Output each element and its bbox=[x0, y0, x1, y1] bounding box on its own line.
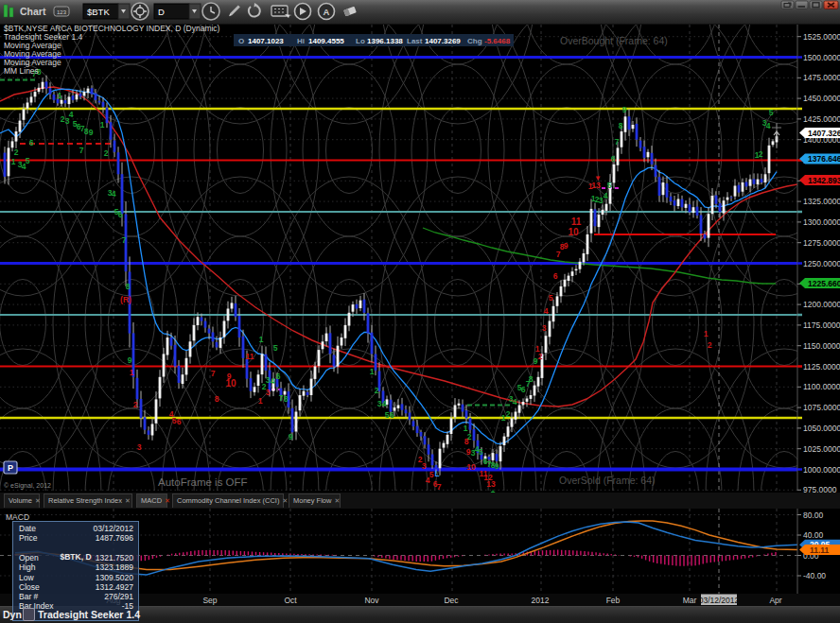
svg-text:1275.0000: 1275.0000 bbox=[803, 238, 840, 248]
svg-text:1125.0000: 1125.0000 bbox=[803, 362, 840, 372]
svg-text:1325.0000: 1325.0000 bbox=[803, 197, 840, 206]
svg-text:2: 2 bbox=[14, 147, 19, 157]
svg-text:1225.6602: 1225.6602 bbox=[808, 279, 840, 288]
svg-text:4: 4 bbox=[382, 399, 387, 408]
svg-text:4: 4 bbox=[69, 110, 74, 119]
svg-text:4: 4 bbox=[271, 376, 275, 386]
svg-text:OverSold (Frame: 64): OverSold (Frame: 64) bbox=[559, 475, 656, 486]
svg-text:2012: 2012 bbox=[532, 596, 550, 605]
svg-text:2: 2 bbox=[506, 409, 511, 419]
svg-text:2: 2 bbox=[104, 148, 109, 158]
svg-text:9: 9 bbox=[466, 447, 471, 457]
svg-text:1150.0000: 1150.0000 bbox=[803, 341, 840, 351]
svg-text:7: 7 bbox=[211, 369, 216, 378]
svg-text:1025.0000: 1025.0000 bbox=[803, 444, 840, 454]
svg-text:1075.0000: 1075.0000 bbox=[803, 403, 840, 412]
svg-text:2: 2 bbox=[538, 352, 543, 361]
svg-text:2: 2 bbox=[759, 149, 763, 159]
svg-text:8: 8 bbox=[529, 374, 534, 384]
svg-text:3: 3 bbox=[542, 323, 547, 333]
svg-text:8: 8 bbox=[215, 394, 219, 404]
svg-text:5: 5 bbox=[273, 343, 278, 353]
svg-text:1200.0000: 1200.0000 bbox=[803, 300, 840, 309]
svg-text:2: 2 bbox=[375, 386, 379, 395]
svg-text:5: 5 bbox=[607, 181, 612, 190]
svg-text:-40.00: -40.00 bbox=[803, 571, 826, 580]
svg-text:1525.0000: 1525.0000 bbox=[803, 32, 840, 42]
svg-text:9: 9 bbox=[495, 461, 499, 471]
svg-text:10: 10 bbox=[568, 227, 579, 237]
svg-text:Lo: Lo bbox=[356, 37, 365, 45]
svg-text:975.0000: 975.0000 bbox=[803, 485, 837, 493]
svg-text:8: 8 bbox=[126, 282, 131, 291]
svg-text:Nov: Nov bbox=[364, 596, 379, 605]
svg-text:5: 5 bbox=[769, 108, 774, 117]
svg-text:P: P bbox=[8, 463, 13, 473]
svg-text:1407.1023: 1407.1023 bbox=[248, 37, 284, 45]
svg-text:Dec: Dec bbox=[444, 596, 459, 605]
svg-text:Chart: Chart bbox=[20, 6, 46, 17]
svg-text:Apr: Apr bbox=[769, 596, 781, 605]
svg-text:10: 10 bbox=[466, 462, 476, 472]
svg-text:1: 1 bbox=[100, 120, 105, 130]
svg-text:5: 5 bbox=[479, 447, 483, 457]
svg-text:6: 6 bbox=[611, 154, 616, 164]
svg-text:10: 10 bbox=[225, 378, 236, 389]
svg-text:6: 6 bbox=[553, 271, 558, 281]
svg-text:1425.0000: 1425.0000 bbox=[803, 114, 840, 124]
svg-text:$BTK: $BTK bbox=[87, 7, 110, 17]
svg-text:9: 9 bbox=[622, 105, 627, 114]
svg-text:1376.6466: 1376.6466 bbox=[808, 154, 840, 164]
svg-text:7: 7 bbox=[615, 137, 620, 147]
svg-text:1: 1 bbox=[58, 91, 62, 100]
svg-text:Feb: Feb bbox=[606, 596, 621, 605]
svg-text:1342.8930: 1342.8930 bbox=[808, 176, 840, 185]
svg-text:1: 1 bbox=[11, 157, 16, 166]
svg-text:1100.0000: 1100.0000 bbox=[803, 382, 840, 391]
svg-text:5: 5 bbox=[549, 293, 553, 303]
svg-text:AutoFrame is OFF: AutoFrame is OFF bbox=[158, 476, 248, 488]
svg-text:4: 4 bbox=[112, 189, 116, 199]
svg-text:6: 6 bbox=[118, 210, 123, 219]
svg-text:1407.3269: 1407.3269 bbox=[425, 37, 461, 45]
svg-text:Last: Last bbox=[407, 37, 423, 45]
svg-text:1: 1 bbox=[259, 335, 264, 344]
svg-text:Mar: Mar bbox=[683, 596, 697, 605]
svg-text:-5.6468: -5.6468 bbox=[484, 37, 511, 45]
svg-text:7: 7 bbox=[437, 482, 442, 492]
svg-text:40.00: 40.00 bbox=[803, 530, 824, 540]
svg-text:9: 9 bbox=[89, 128, 94, 137]
svg-text:▼: ▼ bbox=[594, 174, 602, 182]
svg-text:© eSignal, 2012: © eSignal, 2012 bbox=[4, 482, 51, 490]
svg-text:1300.0000: 1300.0000 bbox=[803, 217, 840, 227]
svg-text:L: L bbox=[434, 469, 439, 478]
svg-text:1250.0000: 1250.0000 bbox=[803, 259, 840, 268]
svg-text:7: 7 bbox=[122, 235, 127, 245]
svg-text:MM Lines: MM Lines bbox=[4, 66, 39, 76]
svg-text:1475.0000: 1475.0000 bbox=[803, 73, 840, 82]
svg-text:11.11: 11.11 bbox=[810, 545, 830, 555]
svg-text:1050.0000: 1050.0000 bbox=[803, 424, 840, 433]
svg-text:8: 8 bbox=[464, 437, 469, 446]
svg-text:1500.0000: 1500.0000 bbox=[803, 53, 840, 62]
svg-text:3: 3 bbox=[266, 388, 271, 397]
svg-text:1450.0000: 1450.0000 bbox=[803, 94, 840, 103]
svg-text:4: 4 bbox=[766, 121, 771, 130]
svg-text:11: 11 bbox=[246, 352, 254, 361]
svg-text:3: 3 bbox=[422, 461, 427, 471]
svg-text:5: 5 bbox=[429, 470, 434, 479]
svg-text:5: 5 bbox=[26, 156, 30, 165]
svg-text:6: 6 bbox=[29, 138, 34, 147]
svg-text:1: 1 bbox=[258, 396, 263, 406]
svg-text:6: 6 bbox=[390, 410, 394, 420]
svg-text:1396.1338: 1396.1338 bbox=[367, 37, 403, 45]
svg-text:1000.0000: 1000.0000 bbox=[803, 465, 840, 475]
svg-text:11: 11 bbox=[571, 216, 582, 227]
svg-text:8: 8 bbox=[619, 121, 623, 130]
svg-text:Chg: Chg bbox=[467, 37, 482, 45]
svg-text:Oct: Oct bbox=[284, 596, 297, 605]
svg-text:OverBought (Frame: 64): OverBought (Frame: 64) bbox=[560, 35, 668, 46]
svg-text:123: 123 bbox=[57, 9, 67, 15]
svg-text:7: 7 bbox=[79, 146, 84, 155]
svg-text:80.00: 80.00 bbox=[803, 511, 824, 520]
